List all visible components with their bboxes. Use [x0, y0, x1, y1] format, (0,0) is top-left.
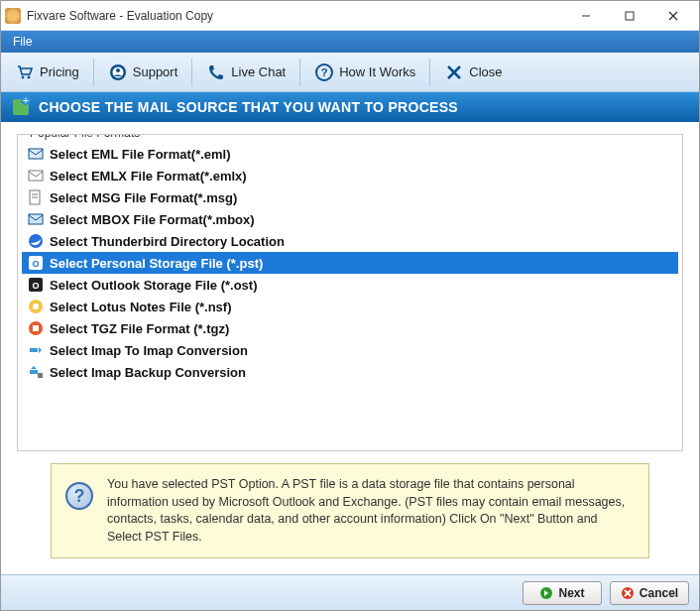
file-format-label: Select MSG File Format(*.msg) [50, 190, 237, 205]
support-button[interactable]: Support [100, 59, 186, 86]
eml-icon [28, 146, 44, 162]
cancel-button[interactable]: Cancel [610, 581, 689, 605]
toolbar: Pricing Support Live Chat ? How It Works… [1, 53, 699, 92]
info-text: You have selected PST Option. A PST file… [107, 476, 635, 546]
svg-rect-1 [626, 12, 634, 20]
tgz-icon [28, 320, 44, 336]
header-banner: CHOOSE THE MAIL SOURCE THAT YOU WANT TO … [1, 92, 699, 122]
maximize-button[interactable] [608, 2, 651, 30]
file-format-item[interactable]: Select Imap To Imap Conversion [22, 339, 678, 361]
pricing-button[interactable]: Pricing [7, 59, 87, 86]
maximize-icon [625, 11, 635, 21]
file-format-label: Select MBOX File Format(*.mbox) [50, 212, 255, 227]
cancel-x-icon [621, 586, 635, 600]
svg-point-25 [33, 304, 39, 309]
close-window-button[interactable] [651, 2, 695, 30]
footer-bar: Next Cancel [1, 574, 699, 610]
minimize-icon [581, 11, 591, 21]
file-format-item[interactable]: Select Imap Backup Conversion [22, 361, 678, 383]
window-title: Fixvare Software - Evaluation Copy [27, 9, 564, 23]
msg-icon [28, 189, 44, 205]
file-format-label: Select Thunderbird Directory Location [50, 234, 285, 249]
svg-text:?: ? [321, 66, 328, 78]
cart-icon [15, 62, 35, 82]
file-format-item[interactable]: Select EML File Format(*.eml) [22, 143, 678, 165]
svg-rect-13 [29, 149, 43, 159]
next-arrow-icon [539, 586, 553, 600]
close-icon [668, 11, 678, 21]
file-format-list: Select EML File Format(*.eml)Select EMLX… [22, 143, 678, 383]
file-format-group: Popular File Formats Select EML File For… [17, 134, 683, 451]
close-toolbar-button[interactable]: Close [436, 59, 510, 86]
menu-bar: File [1, 31, 699, 53]
next-button[interactable]: Next [523, 581, 602, 605]
close-toolbar-label: Close [469, 64, 502, 79]
info-question-icon: ? [65, 482, 93, 510]
question-icon: ? [314, 62, 334, 82]
thunderbird-icon [28, 233, 44, 249]
group-legend: Popular File Formats [26, 134, 144, 140]
file-format-label: Select Imap To Imap Conversion [50, 343, 248, 358]
info-box: ? You have selected PST Option. A PST fi… [51, 463, 649, 558]
svg-rect-14 [29, 171, 43, 181]
file-format-item[interactable]: OSelect Personal Storage File (*.pst) [22, 252, 678, 274]
svg-text:O: O [32, 259, 39, 269]
file-format-item[interactable]: Select Thunderbird Directory Location [22, 230, 678, 252]
livechat-label: Live Chat [231, 64, 286, 79]
cancel-label: Cancel [640, 586, 678, 600]
howitworks-button[interactable]: ? How It Works [306, 59, 423, 86]
file-format-label: Select Outlook Storage File (*.ost) [50, 278, 257, 293]
minimize-button[interactable] [564, 2, 608, 30]
ost-icon: O [28, 277, 44, 293]
file-format-label: Select TGZ File Format (*.tgz) [50, 321, 229, 336]
app-logo-icon [5, 8, 21, 24]
banner-title: CHOOSE THE MAIL SOURCE THAT YOU WANT TO … [39, 99, 458, 115]
livechat-button[interactable]: Live Chat [198, 59, 293, 86]
howitworks-label: How It Works [339, 64, 415, 79]
emlx-icon [28, 168, 44, 183]
file-format-item[interactable]: Select MSG File Format(*.msg) [22, 186, 678, 208]
toolbar-separator [299, 59, 300, 86]
menu-file[interactable]: File [5, 33, 40, 51]
svg-point-4 [22, 75, 25, 78]
file-format-item[interactable]: OSelect Outlook Storage File (*.ost) [22, 274, 678, 296]
x-icon [444, 62, 464, 82]
support-label: Support [133, 64, 178, 79]
file-format-item[interactable]: Select EMLX File Format(*.emlx) [22, 165, 678, 186]
file-format-item[interactable]: Select TGZ File Format (*.tgz) [22, 317, 678, 339]
phone-icon [206, 62, 226, 82]
toolbar-separator [429, 59, 430, 86]
nsf-icon [28, 299, 44, 314]
headset-icon [108, 62, 128, 82]
file-format-label: Select Lotus Notes File (*.nsf) [50, 300, 231, 314]
svg-rect-28 [38, 373, 43, 378]
file-format-label: Select Personal Storage File (*.pst) [50, 256, 263, 271]
imapbackup-icon [28, 364, 44, 380]
file-format-label: Select EML File Format(*.eml) [50, 147, 231, 162]
svg-rect-27 [33, 325, 39, 331]
add-source-icon [13, 99, 29, 115]
title-bar: Fixvare Software - Evaluation Copy [1, 1, 699, 31]
file-format-label: Select Imap Backup Conversion [50, 365, 246, 380]
svg-point-19 [29, 234, 43, 248]
file-format-item[interactable]: Select Lotus Notes File (*.nsf) [22, 296, 678, 317]
next-label: Next [558, 586, 584, 600]
main-panel: Popular File Formats Select EML File For… [1, 122, 699, 574]
pst-icon: O [28, 255, 44, 271]
toolbar-separator [93, 59, 94, 86]
imap-icon [28, 342, 44, 358]
pricing-label: Pricing [40, 64, 79, 79]
svg-point-5 [28, 75, 31, 78]
svg-point-8 [116, 68, 120, 72]
mbox-icon [28, 211, 44, 227]
svg-rect-18 [29, 214, 43, 224]
file-format-item[interactable]: Select MBOX File Format(*.mbox) [22, 208, 678, 230]
svg-text:O: O [32, 281, 39, 291]
file-format-label: Select EMLX File Format(*.emlx) [50, 169, 247, 183]
toolbar-separator [191, 59, 192, 86]
